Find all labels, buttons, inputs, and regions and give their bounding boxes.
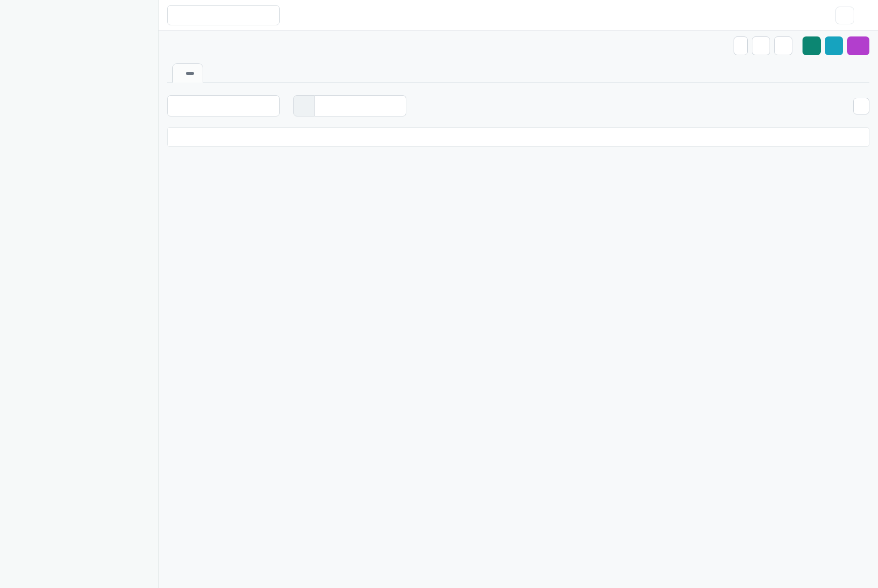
import-button[interactable]: [825, 36, 843, 55]
theme-toggle-button[interactable]: [835, 7, 854, 24]
export-button[interactable]: [847, 36, 869, 55]
add-button[interactable]: [803, 36, 821, 55]
saved-filter-group: [293, 95, 406, 116]
hide-depth-indicators-button[interactable]: [734, 36, 748, 55]
results-count-badge: [186, 72, 194, 75]
quick-search-input[interactable]: [167, 95, 280, 116]
configure-table-button[interactable]: [853, 98, 869, 114]
tab-results[interactable]: [172, 63, 203, 83]
topbar: [159, 0, 878, 31]
max-depth-dropdown[interactable]: [752, 36, 770, 55]
table-header-row: [168, 128, 869, 146]
max-length-dropdown[interactable]: [774, 36, 792, 55]
global-search-input[interactable]: [179, 11, 273, 20]
brand-logo[interactable]: [0, 0, 158, 10]
view-tabs: [167, 63, 869, 83]
global-search[interactable]: [167, 5, 280, 25]
sidebar: [0, 0, 159, 588]
saved-filter-select[interactable]: [315, 95, 406, 116]
filter-button[interactable]: [293, 95, 315, 116]
prefixes-table: [167, 127, 869, 147]
